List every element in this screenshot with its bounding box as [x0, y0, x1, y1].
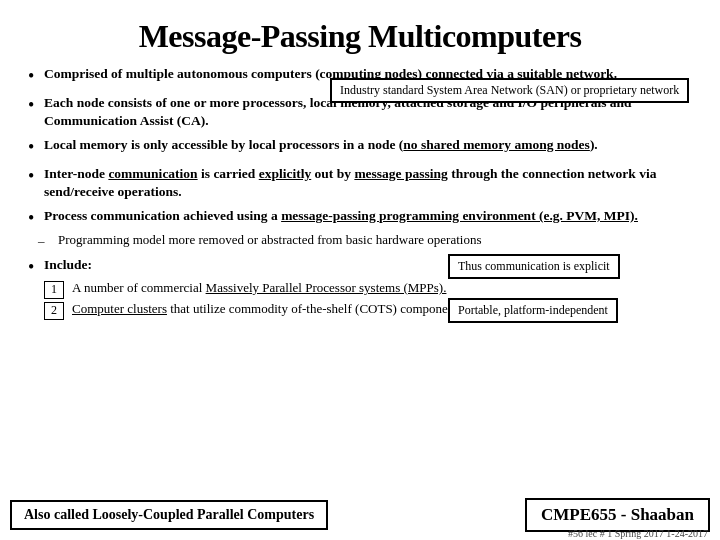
emphasis-text: no shared memory among nodes	[403, 137, 590, 152]
bullet-dot: •	[28, 207, 44, 230]
bullet-dot: •	[28, 256, 44, 279]
sub-item: – Programming model more removed or abst…	[38, 232, 481, 250]
list-item: • Inter-node communication is carried ex…	[28, 165, 692, 201]
number-box: 1	[44, 281, 64, 299]
bullet-dot: •	[28, 165, 44, 188]
numbered-blocks: 1 A number of commercial Massively Paral…	[44, 280, 466, 320]
numbered-item: 1 A number of commercial Massively Paral…	[44, 280, 466, 299]
footer-right: CMPE655 - Shaaban	[525, 498, 710, 532]
dash: –	[38, 232, 58, 250]
emphasis-text: explicitly	[259, 166, 312, 181]
bullet-text: Local memory is only accessible by local…	[44, 136, 692, 154]
bullet-text: Include:	[44, 256, 92, 274]
emphasis-text: Computer clusters	[72, 301, 167, 316]
sub-list: – Programming model more removed or abst…	[28, 232, 481, 250]
number-box: 2	[44, 302, 64, 320]
bullet-text: Inter-node communication is carried expl…	[44, 165, 692, 201]
portable-tooltip: Portable, platform-independent	[448, 298, 618, 323]
footer: Also called Loosely-Coupled Parallel Com…	[0, 498, 720, 532]
emphasis-text: communication	[108, 166, 197, 181]
emphasis-text: message passing	[354, 166, 447, 181]
emphasis-text: Massively Parallel Processor systems (MP…	[206, 280, 447, 295]
numbered-text: A number of commercial Massively Paralle…	[72, 280, 446, 297]
include-label: Include:	[44, 257, 92, 272]
emphasis-text: message-passing programming environment …	[281, 208, 638, 223]
slide-title: Message-Passing Multicomputers	[28, 18, 692, 55]
bullet-dot: •	[28, 94, 44, 117]
numbered-item: 2 Computer clusters that utilize commodi…	[44, 301, 466, 320]
list-item: • Local memory is only accessible by loc…	[28, 136, 692, 159]
slide-number: #56 lec # 1 Spring 2017 1-24-2017	[568, 528, 708, 539]
bullet-text: Process communication achieved using a m…	[44, 207, 638, 225]
explicit-tooltip: Thus communication is explicit	[448, 254, 620, 279]
list-item: • Process communication achieved using a…	[28, 207, 692, 249]
bullet-dot: •	[28, 136, 44, 159]
bullet-dot: •	[28, 65, 44, 88]
slide: Message-Passing Multicomputers • Compris…	[0, 0, 720, 540]
footer-left: Also called Loosely-Coupled Parallel Com…	[10, 500, 328, 530]
bullet-list: • Comprised of multiple autonomous compu…	[28, 65, 692, 320]
san-tooltip: Industry standard System Area Network (S…	[330, 78, 689, 103]
sub-text: Programming model more removed or abstra…	[58, 232, 481, 249]
numbered-text: Computer clusters that utilize commodity…	[72, 301, 466, 318]
